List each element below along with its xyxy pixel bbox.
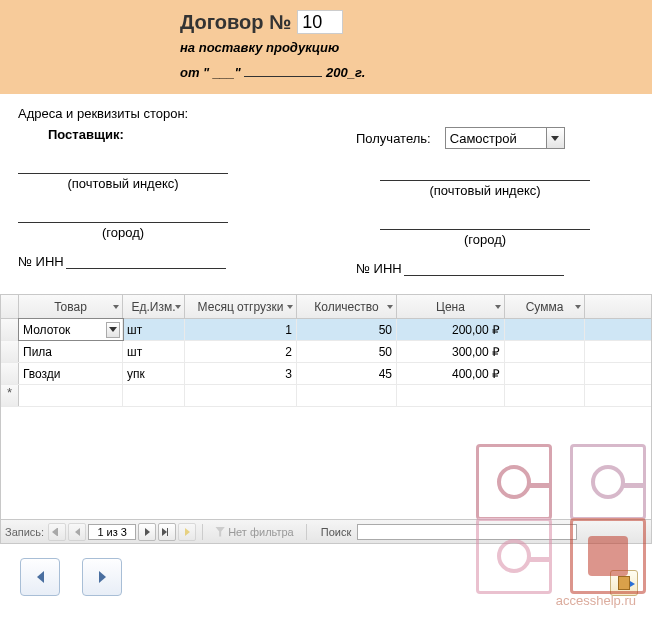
- addresses-heading: Адреса и реквизиты сторон:: [18, 106, 634, 121]
- header-banner: Договор № на поставку продукцию от " ___…: [0, 0, 652, 94]
- row-selector-header[interactable]: [1, 295, 19, 318]
- contract-number-input[interactable]: [297, 10, 343, 34]
- funnel-icon: [215, 527, 225, 537]
- cell-sum[interactable]: [505, 319, 585, 340]
- table-row[interactable]: Молотокшт150200,00 ₽: [1, 319, 651, 341]
- chevron-down-icon[interactable]: [387, 305, 393, 309]
- cell-sum[interactable]: [505, 341, 585, 362]
- supplier-postal-input[interactable]: [18, 156, 228, 174]
- record-label: Запись:: [5, 526, 44, 538]
- col-product[interactable]: Товар: [19, 295, 123, 318]
- chevron-down-icon[interactable]: [287, 305, 293, 309]
- recipient-inn-input[interactable]: [404, 262, 564, 276]
- datagrid-header: Товар Ед.Изм. Месяц отгрузки Количество …: [1, 295, 651, 319]
- chevron-down-icon[interactable]: [175, 305, 181, 309]
- contract-subtitle: на поставку продукцию: [180, 40, 652, 55]
- nav-last-button[interactable]: [158, 523, 176, 541]
- chevron-down-icon[interactable]: [495, 305, 501, 309]
- row-selector[interactable]: [1, 341, 19, 362]
- cell-price[interactable]: 200,00 ₽: [397, 319, 505, 340]
- row-selector[interactable]: [1, 363, 19, 384]
- cell-qty[interactable]: 50: [297, 341, 397, 362]
- record-navigator: Запись: Нет фильтра Поиск: [0, 520, 652, 544]
- city-hint-right: (город): [380, 232, 590, 247]
- postal-hint-right: (почтовый индекс): [380, 183, 590, 198]
- table-row[interactable]: Гвоздиупк345400,00 ₽: [1, 363, 651, 385]
- postal-hint-left: (почтовый индекс): [18, 176, 228, 191]
- chevron-down-icon[interactable]: [575, 305, 581, 309]
- form-prev-button[interactable]: [20, 558, 60, 596]
- cell-qty[interactable]: 50: [297, 319, 397, 340]
- cell-month[interactable]: 3: [185, 363, 297, 384]
- search-input[interactable]: [357, 524, 577, 540]
- supplier-city-input[interactable]: [18, 205, 228, 223]
- cell-unit[interactable]: упк: [123, 363, 185, 384]
- door-exit-icon: [618, 576, 630, 590]
- recipient-postal-input[interactable]: [380, 163, 590, 181]
- contract-title: Договор №: [180, 11, 291, 34]
- cell-qty[interactable]: 45: [297, 363, 397, 384]
- nav-prev-button[interactable]: [68, 523, 86, 541]
- col-sum[interactable]: Сумма: [505, 295, 585, 318]
- col-unit[interactable]: Ед.Изм.: [123, 295, 185, 318]
- recipient-inn-label: № ИНН: [356, 261, 402, 276]
- nav-first-button[interactable]: [48, 523, 66, 541]
- contract-date-line: от " ___" 200_г.: [180, 65, 652, 80]
- cell-price[interactable]: 400,00 ₽: [397, 363, 505, 384]
- col-month[interactable]: Месяц отгрузки: [185, 295, 297, 318]
- cell-sum[interactable]: [505, 363, 585, 384]
- col-qty[interactable]: Количество: [297, 295, 397, 318]
- nav-next-button[interactable]: [138, 523, 156, 541]
- record-position-input[interactable]: [88, 524, 136, 540]
- cell-product[interactable]: Молоток: [19, 319, 123, 340]
- search-label: Поиск: [321, 526, 351, 538]
- items-datagrid[interactable]: Товар Ед.Изм. Месяц отгрузки Количество …: [0, 294, 652, 520]
- recipient-label: Получатель:: [356, 131, 431, 146]
- cell-unit[interactable]: шт: [123, 319, 185, 340]
- close-form-button[interactable]: [610, 570, 638, 596]
- cell-month[interactable]: 2: [185, 341, 297, 362]
- cell-price[interactable]: 300,00 ₽: [397, 341, 505, 362]
- chevron-down-icon[interactable]: [106, 322, 120, 338]
- new-record-row[interactable]: [1, 385, 651, 407]
- chevron-down-icon[interactable]: [113, 305, 119, 309]
- nav-new-button[interactable]: [178, 523, 196, 541]
- filter-status[interactable]: Нет фильтра: [215, 526, 294, 538]
- supplier-inn-input[interactable]: [66, 255, 226, 269]
- cell-unit[interactable]: шт: [123, 341, 185, 362]
- row-selector[interactable]: [1, 385, 19, 406]
- chevron-down-icon[interactable]: [546, 128, 564, 148]
- supplier-label: Поставщик:: [48, 127, 296, 142]
- form-next-button[interactable]: [82, 558, 122, 596]
- cell-month[interactable]: 1: [185, 319, 297, 340]
- cell-product[interactable]: Пила: [19, 341, 123, 362]
- recipient-combo[interactable]: Самострой: [445, 127, 565, 149]
- supplier-inn-label: № ИНН: [18, 254, 64, 269]
- cell-product[interactable]: Гвозди: [19, 363, 123, 384]
- row-selector[interactable]: [1, 319, 19, 340]
- col-price[interactable]: Цена: [397, 295, 505, 318]
- city-hint-left: (город): [18, 225, 228, 240]
- table-row[interactable]: Пилашт250300,00 ₽: [1, 341, 651, 363]
- recipient-city-input[interactable]: [380, 212, 590, 230]
